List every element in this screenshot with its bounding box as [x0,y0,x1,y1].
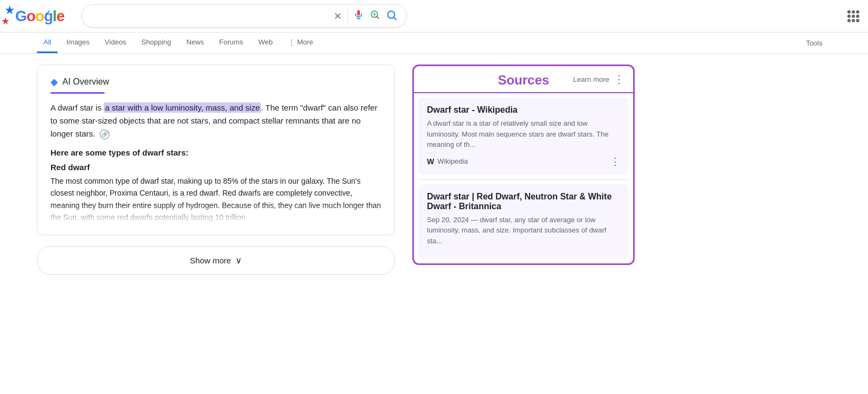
more-dots-icon: ⋮ [288,38,295,46]
tab-web[interactable]: Web [252,33,279,53]
header: ★ ★ Goo g✓ le what is a dwarf star ✕ [0,0,868,33]
search-bar-wrap: what is a dwarf star ✕ [81,4,407,28]
right-column: Sources Learn more ⋮ Dwarf star - Wikipe… [412,64,635,275]
source-title-britannica: Dwarf star | Red Dwarf, Neutron Star & W… [427,192,620,211]
main-content: ◆ AI Overview A dwarf star is a star wit… [0,54,868,286]
voice-search-icon[interactable] [353,9,364,23]
tab-all[interactable]: All [37,33,58,53]
ai-overview-header: ◆ AI Overview [50,76,381,88]
red-dwarf-title: Red dwarf [50,163,381,172]
source-footer-wikipedia: W Wikipedia ⋮ [427,156,620,167]
show-more-button[interactable]: Show more ∨ [37,246,395,275]
nav-tabs: All Images Videos Shopping News Forums W… [0,33,868,54]
tools-button[interactable]: Tools [797,34,831,53]
sources-box: Sources Learn more ⋮ Dwarf star - Wikipe… [412,64,635,265]
ai-overview-box: ◆ AI Overview A dwarf star is a star wit… [37,64,395,235]
tab-forums[interactable]: Forums [213,33,250,53]
svg-line-5 [394,17,397,20]
divider [347,10,348,23]
tab-news[interactable]: News [180,33,211,53]
source-more-icon-wikipedia[interactable]: ⋮ [610,156,620,167]
google-logo: Goo g✓ le [15,8,64,25]
wikipedia-name: Wikipedia [437,157,468,165]
search-button[interactable] [386,9,398,23]
ai-diamond-icon: ◆ [50,76,58,88]
header-right [847,10,859,22]
sources-more-icon[interactable]: ⋮ [614,74,624,85]
ai-types-header: Here are some types of dwarf stars: [50,148,381,157]
search-input[interactable]: what is a dwarf star [91,11,328,21]
svg-rect-0 [358,10,360,16]
highlighted-text: a star with a low luminosity, mass, and … [104,102,261,113]
source-desc-wikipedia: A dwarf star is a star of relatively sma… [427,118,620,150]
learn-more-link[interactable]: Learn more [573,75,609,83]
logo-area: ★ ★ Goo g✓ le [9,8,64,25]
red-dwarf-desc: The most common type of dwarf star, maki… [50,175,381,224]
ai-overview-title: AI Overview [62,77,109,87]
source-card-britannica[interactable]: Dwarf star | Red Dwarf, Neutron Star & W… [418,184,629,260]
tab-shopping[interactable]: Shopping [135,33,178,53]
tab-videos[interactable]: Videos [98,33,133,53]
search-bar: what is a dwarf star ✕ [81,4,407,28]
show-more-label: Show more [190,256,231,265]
wikipedia-icon: W [427,157,434,166]
sources-header-row: Sources Learn more ⋮ [414,66,633,92]
lens-icon[interactable] [369,9,380,23]
citation-icon[interactable]: 🔗 [100,130,110,139]
sources-header-line [414,92,633,93]
source-title-wikipedia: Dwarf star - Wikipedia [427,105,620,115]
source-desc-britannica: Sep 20, 2024 — dwarf star, any star of a… [427,215,620,247]
tab-more[interactable]: ⋮ More [282,33,320,53]
left-column: ◆ AI Overview A dwarf star is a star wit… [37,64,395,275]
clear-icon[interactable]: ✕ [334,10,342,22]
ai-underline [50,92,105,94]
source-from-wikipedia: W Wikipedia [427,157,468,166]
source-card-wikipedia[interactable]: Dwarf star - Wikipedia A dwarf star is a… [418,98,629,175]
star-red-icon: ★ [1,15,10,27]
sources-header-actions: Learn more ⋮ [573,74,624,85]
ai-intro-text: A dwarf star is a star with a low lumino… [50,101,381,140]
tab-images[interactable]: Images [60,33,96,53]
apps-icon[interactable] [847,10,859,22]
source-divider [418,179,629,180]
chevron-down-icon: ∨ [235,255,242,266]
